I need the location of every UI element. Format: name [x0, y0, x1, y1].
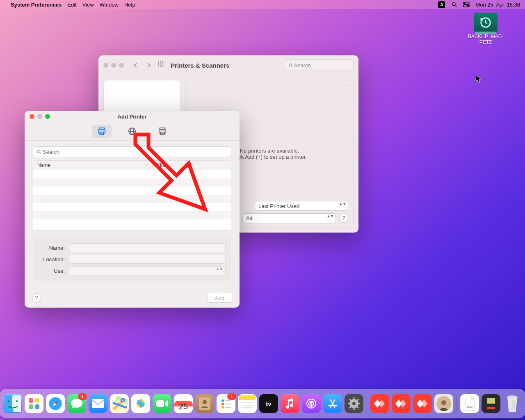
printer-form: Name: Location: Use: ▲▼: [33, 237, 231, 281]
dock-launchpad[interactable]: [25, 394, 43, 413]
svg-rect-33: [29, 398, 33, 403]
dock-document-2[interactable]: [482, 394, 500, 413]
svg-point-9: [162, 62, 164, 63]
back-button[interactable]: [131, 61, 140, 70]
tab-default-printer[interactable]: [92, 125, 112, 138]
svg-line-77: [357, 406, 358, 408]
svg-rect-34: [35, 398, 39, 403]
menubar-time[interactable]: 18:36: [507, 2, 520, 8]
default-printer-select[interactable]: Last Printer Used▲▼: [255, 201, 348, 211]
tab-ip-printer[interactable]: [122, 125, 142, 138]
svg-point-13: [158, 66, 160, 67]
dock-maps[interactable]: [110, 394, 129, 413]
tab-windows-printer[interactable]: [153, 125, 172, 138]
desktop-drive[interactable]: BACKUP_MAC-PETZ: [466, 13, 505, 45]
dock-calendar[interactable]: APR 25: [174, 394, 193, 413]
svg-point-66: [310, 402, 312, 404]
show-all-button[interactable]: [158, 61, 167, 70]
svg-rect-87: [467, 406, 472, 408]
printer-table[interactable]: Name˄ Kind: [33, 160, 231, 231]
table-body[interactable]: [33, 170, 231, 230]
addp-help-button[interactable]: ?: [32, 293, 41, 302]
col-kind[interactable]: Kind: [153, 162, 206, 168]
globe-icon: [128, 127, 137, 136]
table-row: [33, 187, 231, 195]
addp-search-input[interactable]: [42, 148, 228, 155]
label-location: Location:: [39, 256, 65, 262]
dock-mail[interactable]: [89, 394, 107, 413]
addp-minimize[interactable]: [37, 114, 42, 119]
dock-user-avatar[interactable]: [434, 394, 453, 413]
table-row: [33, 195, 231, 203]
dock-contacts[interactable]: [195, 394, 214, 413]
svg-marker-85: [421, 399, 427, 408]
dock-separator: [367, 395, 367, 413]
control-center-icon[interactable]: [463, 1, 470, 8]
svg-rect-41: [92, 399, 104, 408]
pref-search[interactable]: [285, 59, 354, 71]
dock-finder[interactable]: [3, 394, 22, 413]
dock-messages[interactable]: 1: [67, 394, 86, 413]
label-name: Name:: [39, 245, 65, 251]
table-row: [33, 170, 231, 178]
svg-rect-36: [35, 404, 39, 409]
pref-close[interactable]: [103, 63, 108, 68]
pref-zoom[interactable]: [119, 63, 124, 68]
dock-anydesk-1[interactable]: [370, 394, 389, 413]
svg-line-78: [357, 399, 358, 401]
no-printers-msg-1: No printers are available.: [240, 148, 299, 154]
table-row: [33, 211, 231, 219]
menu-help[interactable]: Help: [124, 2, 135, 8]
dock-facetime[interactable]: [153, 394, 171, 413]
dock-reminders[interactable]: 1: [217, 394, 235, 413]
dock-appstore[interactable]: [323, 394, 342, 413]
svg-point-7: [158, 62, 160, 63]
add-printer-window[interactable]: Add Printer Name˄ Kind: [25, 111, 240, 308]
svg-marker-51: [165, 400, 168, 407]
dock: 1 APR 25 1 tv: [0, 389, 525, 418]
forward-button[interactable]: [144, 61, 153, 70]
pref-traffic-lights: [103, 63, 124, 68]
app-menu[interactable]: System Preferences: [11, 2, 62, 8]
input-location[interactable]: [69, 255, 226, 264]
svg-rect-60: [239, 395, 256, 400]
paper-size-select[interactable]: A4▲▼: [242, 213, 336, 223]
table-row: [33, 178, 231, 187]
dock-system-preferences[interactable]: [345, 394, 363, 413]
svg-point-32: [16, 400, 18, 402]
help-button[interactable]: ?: [339, 214, 348, 223]
svg-point-11: [160, 64, 162, 65]
svg-rect-35: [29, 404, 33, 409]
addp-zoom[interactable]: [45, 114, 50, 119]
svg-point-31: [8, 400, 9, 402]
dock-document-1[interactable]: [460, 394, 479, 413]
dock-photos[interactable]: [131, 394, 150, 413]
printer-icon: [97, 127, 107, 136]
svg-point-10: [158, 64, 160, 65]
addp-title: Add Printer: [25, 114, 240, 120]
spotlight-icon[interactable]: [451, 1, 457, 8]
dock-separator: [457, 395, 457, 413]
dock-trash[interactable]: [503, 394, 522, 413]
input-name[interactable]: [69, 243, 226, 252]
dock-music[interactable]: [281, 394, 299, 413]
menu-view[interactable]: View: [82, 2, 94, 8]
dock-tv[interactable]: tv: [259, 394, 278, 413]
dock-safari[interactable]: [46, 394, 65, 413]
svg-point-12: [162, 64, 164, 65]
dock-anydesk-2[interactable]: [392, 394, 411, 413]
menu-window[interactable]: Window: [100, 2, 119, 8]
menu-edit[interactable]: Edit: [67, 2, 76, 8]
pref-minimize[interactable]: [111, 63, 116, 68]
pref-search-input[interactable]: [293, 62, 350, 69]
menubar-date[interactable]: Mon 25. Apr: [475, 2, 504, 8]
dock-anydesk-3[interactable]: [413, 394, 432, 413]
dock-podcasts[interactable]: [302, 394, 321, 413]
col-name[interactable]: Name˄: [33, 162, 153, 168]
keyboard-indicator[interactable]: A: [438, 1, 445, 8]
addp-search[interactable]: [33, 146, 231, 157]
add-button[interactable]: Add: [207, 293, 232, 303]
addp-close[interactable]: [30, 114, 34, 119]
dock-notes[interactable]: [238, 394, 257, 413]
select-use[interactable]: ▲▼: [69, 266, 226, 275]
